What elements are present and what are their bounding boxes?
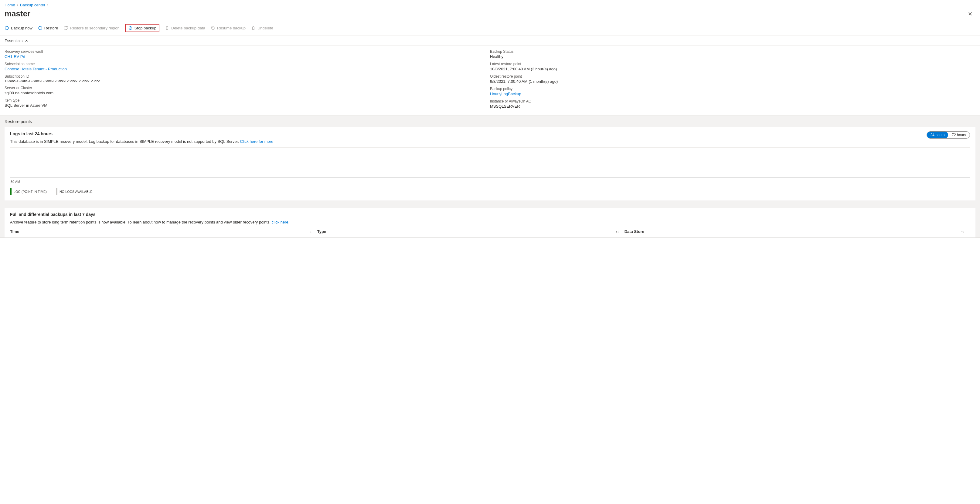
stop-backup-button[interactable]: Stop backup — [125, 24, 159, 32]
logs-learn-more-link[interactable]: Click here for more — [240, 139, 274, 144]
restore-secondary-button: Restore to secondary region — [64, 26, 119, 30]
latest-restore-label: Latest restore point — [490, 62, 975, 66]
resume-icon — [211, 26, 215, 30]
legend-swatch-gray — [56, 188, 57, 195]
backup-now-button[interactable]: Backup now — [5, 26, 32, 30]
essentials-toggle[interactable]: Essentials — [0, 35, 980, 46]
page-title: master — [5, 9, 30, 19]
close-icon[interactable]: ✕ — [965, 10, 975, 19]
latest-restore-value: 10/8/2021, 7:00:40 AM (3 hour(s) ago) — [490, 67, 975, 71]
chevron-right-icon: › — [47, 3, 48, 7]
more-icon[interactable]: ··· — [35, 11, 41, 17]
legend-no-logs: NO LOGS AVAILABLE — [56, 188, 92, 195]
server-label: Server or Cluster — [5, 86, 490, 90]
delete-backup-data-button: Delete backup data — [165, 26, 205, 30]
legend-swatch-green — [10, 188, 11, 195]
legend-log: LOG (POINT IN TIME) — [10, 188, 47, 195]
logs-card-subtitle: This database is in SIMPLE recovery mode… — [10, 139, 273, 144]
subscription-id-value: 123abc-123abc-123abc-123abc-123abc-123ab… — [5, 79, 490, 83]
restore-icon — [38, 26, 43, 30]
breadcrumb-backup-center[interactable]: Backup center — [20, 3, 45, 7]
instance-value: MSSQLSERVER — [490, 104, 975, 109]
subscription-name-label: Subscription name — [5, 62, 490, 66]
time-range-toggle[interactable]: 24 hours 72 hours — [927, 131, 970, 139]
col-header-type[interactable]: Type↑↓ — [317, 229, 625, 234]
undelete-icon — [251, 26, 256, 30]
sort-icon: ↑↓ — [616, 230, 619, 233]
server-value: sql00.na.contosohotels.com — [5, 91, 490, 95]
oldest-restore-label: Oldest restore point — [490, 74, 975, 79]
logs-timeline-chart: 30 AM — [10, 149, 970, 183]
restore-secondary-icon — [64, 26, 68, 30]
oldest-restore-value: 9/8/2021, 7:00:40 AM (1 month(s) ago) — [490, 79, 975, 84]
subscription-name-link[interactable]: Contoso Hotels Tenant - Production — [5, 67, 490, 71]
backup-policy-link[interactable]: HourlyLogBackup — [490, 92, 975, 96]
backup-status-label: Backup Status — [490, 49, 975, 54]
chevron-up-icon — [25, 39, 29, 43]
backups-card: Full and differential backups in last 7 … — [5, 208, 975, 238]
undelete-button: Undelete — [251, 26, 273, 30]
col-header-time[interactable]: Time↓ — [10, 229, 317, 234]
instance-label: Instance or AlwaysOn AG — [490, 99, 975, 103]
stop-icon — [128, 26, 133, 30]
restore-button[interactable]: Restore — [38, 26, 58, 30]
sort-icon: ↑↓ — [961, 230, 964, 233]
subscription-id-label: Subscription ID — [5, 74, 490, 79]
resume-backup-button: Resume backup — [211, 26, 246, 30]
command-bar: Backup now Restore Restore to secondary … — [0, 22, 980, 35]
toggle-24h[interactable]: 24 hours — [927, 132, 948, 138]
breadcrumb-home[interactable]: Home — [5, 3, 15, 7]
svg-line-1 — [129, 27, 132, 29]
backup-now-icon — [5, 26, 9, 30]
chevron-right-icon: › — [17, 3, 18, 7]
recovery-vault-link[interactable]: CH1-RV-Pri — [5, 54, 490, 59]
trash-icon — [165, 26, 169, 30]
restore-points-heading: Restore points — [0, 116, 980, 127]
recovery-vault-label: Recovery services vault — [5, 49, 490, 54]
backups-card-title: Full and differential backups in last 7 … — [10, 212, 970, 217]
backup-policy-label: Backup policy — [490, 87, 975, 91]
toggle-72h[interactable]: 72 hours — [948, 132, 970, 138]
sort-icon: ↓ — [310, 230, 312, 233]
backups-card-subtitle: Archive feature to store long term reten… — [10, 220, 970, 224]
chart-tick-label: 30 AM — [11, 180, 20, 184]
item-type-label: Item type — [5, 98, 490, 103]
logs-card-title: Logs in last 24 hours — [10, 131, 273, 136]
breadcrumb: Home › Backup center › — [0, 0, 980, 8]
essentials-panel: Recovery services vault CH1-RV-Pri Subsc… — [0, 46, 980, 116]
backups-learn-more-link[interactable]: click here — [272, 220, 288, 224]
col-header-data-store[interactable]: Data Store↑↓ — [625, 229, 970, 234]
item-type-value: SQL Server in Azure VM — [5, 103, 490, 108]
logs-card: Logs in last 24 hours This database is i… — [5, 127, 975, 200]
backup-status-value: Healthy — [490, 54, 975, 59]
